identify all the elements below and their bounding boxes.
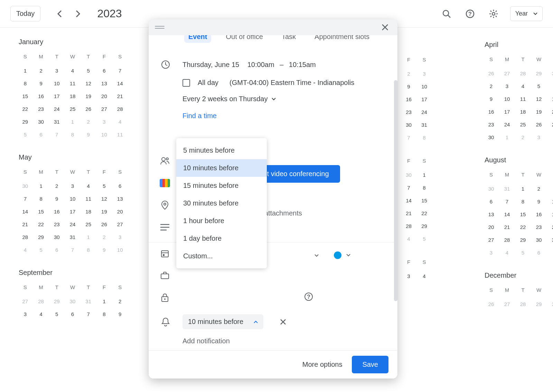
day-cell[interactable]: 8	[96, 308, 112, 320]
today-button[interactable]: Today	[10, 6, 40, 21]
day-cell[interactable]: 29	[531, 68, 547, 79]
day-cell[interactable]: 10	[547, 196, 553, 207]
day-cell[interactable]: 31	[81, 296, 96, 307]
day-cell[interactable]: 8	[17, 78, 33, 89]
day-cell[interactable]: 14	[499, 209, 515, 220]
close-button[interactable]	[379, 21, 391, 34]
day-cell[interactable]: 4	[112, 116, 128, 127]
day-cell[interactable]: 7	[17, 193, 33, 204]
day-cell[interactable]: 19	[96, 206, 112, 217]
day-cell[interactable]: 2	[515, 132, 531, 143]
day-cell[interactable]: 3	[547, 183, 553, 194]
day-cell[interactable]: 27	[96, 103, 112, 115]
day-cell[interactable]: 6	[33, 129, 49, 140]
day-cell[interactable]: 11	[65, 78, 81, 89]
day-cell[interactable]: 18	[515, 106, 531, 117]
day-cell[interactable]: 5	[49, 308, 65, 320]
dropdown-option-1day[interactable]: 1 day before	[176, 230, 267, 247]
day-cell[interactable]: 5	[33, 244, 49, 256]
day-cell[interactable]: 1	[499, 132, 515, 143]
day-cell[interactable]: 3	[17, 308, 33, 320]
dropdown-option-30min[interactable]: 30 minutes before	[176, 194, 267, 212]
visibility-help-icon[interactable]: ?	[304, 292, 313, 301]
day-cell[interactable]: 16	[483, 106, 499, 117]
day-cell[interactable]: 27	[483, 234, 499, 246]
day-cell[interactable]: 15	[33, 206, 49, 217]
day-cell[interactable]: 2	[33, 65, 49, 76]
day-cell[interactable]: 1	[416, 169, 432, 181]
day-cell[interactable]: 27	[499, 298, 515, 310]
day-cell[interactable]: 3	[401, 270, 416, 282]
day-cell[interactable]: 6	[112, 180, 128, 192]
day-cell[interactable]: 19	[531, 106, 547, 117]
day-cell[interactable]: 7	[81, 308, 96, 320]
day-cell[interactable]: 28	[499, 234, 515, 246]
day-cell[interactable]: 18	[81, 206, 96, 217]
day-cell[interactable]: 31	[547, 234, 553, 246]
chevron-down-icon[interactable]	[346, 254, 350, 257]
day-cell[interactable]: 27	[17, 296, 33, 307]
day-cell[interactable]: 2	[401, 68, 416, 79]
day-cell[interactable]: 28	[112, 103, 128, 115]
day-cell[interactable]: 1	[81, 231, 96, 243]
day-cell[interactable]: 20	[96, 90, 112, 102]
view-selector[interactable]: Year	[510, 6, 543, 21]
day-cell[interactable]: 31	[49, 116, 65, 127]
tab-out-of-office[interactable]: Out of office	[222, 35, 267, 43]
day-cell[interactable]: 17	[65, 206, 81, 217]
day-cell[interactable]: 26	[531, 119, 547, 130]
day-cell[interactable]: 27	[112, 219, 128, 230]
day-cell[interactable]: 31	[65, 231, 81, 243]
day-cell[interactable]: 23	[531, 221, 547, 233]
day-cell[interactable]: 15	[515, 209, 531, 220]
day-cell[interactable]: 15	[416, 195, 432, 206]
day-cell[interactable]: 4	[401, 233, 416, 245]
day-cell[interactable]: 14	[112, 78, 128, 89]
day-cell[interactable]: 8	[81, 244, 96, 256]
day-cell[interactable]: 5	[531, 80, 547, 92]
add-notification-button[interactable]: Add notification	[182, 337, 230, 345]
day-cell[interactable]: 9	[96, 244, 112, 256]
day-cell[interactable]: 7	[499, 196, 515, 207]
day-cell[interactable]: 29	[515, 234, 531, 246]
day-cell[interactable]: 2	[49, 180, 65, 192]
day-cell[interactable]: 14	[17, 206, 33, 217]
prev-period-button[interactable]	[54, 9, 65, 19]
day-cell[interactable]: 31	[499, 183, 515, 194]
briefcase-icon[interactable]	[158, 271, 171, 280]
day-cell[interactable]: 4	[65, 65, 81, 76]
day-cell[interactable]: 1	[65, 116, 81, 127]
day-cell[interactable]: 2	[483, 80, 499, 92]
day-cell[interactable]: 4	[416, 270, 432, 282]
day-cell[interactable]: 4	[499, 247, 515, 258]
day-cell[interactable]: 8	[416, 182, 432, 193]
day-cell[interactable]: 26	[81, 103, 96, 115]
day-cell[interactable]: 22	[17, 103, 33, 115]
day-cell[interactable]: 12	[96, 193, 112, 204]
day-cell[interactable]: 10	[96, 129, 112, 140]
day-cell[interactable]: 18	[65, 90, 81, 102]
description-icon[interactable]	[158, 222, 171, 232]
day-cell[interactable]: 26	[483, 68, 499, 79]
day-cell[interactable]: 25	[81, 219, 96, 230]
day-cell[interactable]: 23	[483, 119, 499, 130]
day-cell[interactable]: 5	[96, 180, 112, 192]
day-cell[interactable]: 13	[483, 209, 499, 220]
day-cell[interactable]: 22	[416, 208, 432, 219]
day-cell[interactable]: 13	[112, 193, 128, 204]
day-cell[interactable]: 30	[547, 68, 553, 79]
day-cell[interactable]: 3	[531, 132, 547, 143]
day-cell[interactable]: 30	[49, 231, 65, 243]
remove-notification-button[interactable]	[280, 319, 286, 325]
day-cell[interactable]: 16	[531, 209, 547, 220]
day-cell[interactable]: 31	[416, 119, 432, 131]
dropdown-option-1hour[interactable]: 1 hour before	[176, 212, 267, 230]
day-cell[interactable]: 27	[499, 68, 515, 79]
day-cell[interactable]: 3	[483, 247, 499, 258]
day-cell[interactable]: 1	[17, 65, 33, 76]
day-cell[interactable]: 1	[33, 180, 49, 192]
day-cell[interactable]: 8	[65, 129, 81, 140]
day-cell[interactable]: 11	[515, 93, 531, 105]
more-options-button[interactable]: More options	[302, 361, 343, 369]
save-button[interactable]: Save	[352, 356, 388, 373]
